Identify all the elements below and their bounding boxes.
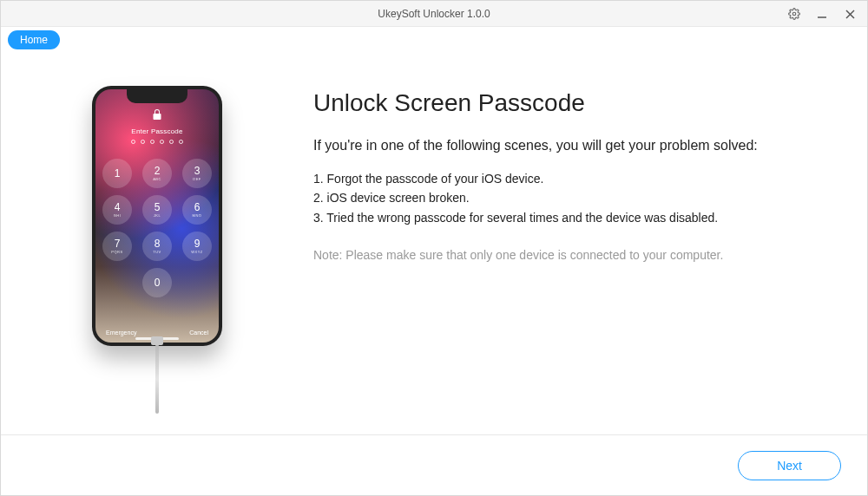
enter-passcode-label: Enter Passcode: [95, 127, 219, 135]
passcode-dot: [131, 140, 135, 144]
minimize-button[interactable]: [808, 1, 836, 27]
passcode-dot: [169, 140, 174, 144]
passcode-dots: [95, 140, 219, 144]
usb-cable-icon: [155, 344, 159, 414]
main-content: Enter Passcode 12ABC3DEF4GHI5JKL6MNO7PQR…: [1, 51, 867, 434]
keypad: 12ABC3DEF4GHI5JKL6MNO7PQRS8TUV9WXYZ0: [95, 159, 219, 297]
keypad-key: 5JKL: [142, 195, 172, 225]
phone-notch: [127, 89, 187, 103]
page-subtitle: If you're in one of the following scenes…: [313, 138, 832, 153]
close-icon: [845, 10, 855, 19]
keypad-key: 2ABC: [142, 159, 172, 188]
passcode-dot: [179, 140, 183, 144]
svg-point-0: [792, 12, 796, 16]
passcode-dot: [141, 140, 145, 144]
settings-button[interactable]: [780, 1, 808, 27]
cancel-label: Cancel: [189, 330, 208, 336]
note-text: Note: Please make sure that only one dev…: [313, 248, 832, 262]
keypad-key: 4GHI: [102, 195, 132, 225]
next-button[interactable]: Next: [738, 451, 841, 480]
passcode-dot: [150, 140, 155, 144]
keypad-key: 7PQRS: [102, 232, 132, 261]
phone-bottom-row: Emergency Cancel: [95, 330, 219, 336]
passcode-dot: [160, 140, 164, 144]
app-window: UkeySoft Unlocker 1.0.0 Home: [0, 0, 868, 496]
breadcrumb: Home: [1, 27, 867, 51]
list-item: 1. Forgot the passcode of your iOS devic…: [313, 169, 832, 188]
titlebar: UkeySoft Unlocker 1.0.0: [1, 1, 867, 27]
window-controls: [780, 1, 864, 27]
emergency-label: Emergency: [106, 330, 136, 336]
list-item: 3. Tried the wrong passcode for several …: [313, 208, 832, 227]
phone-illustration: Enter Passcode 12ABC3DEF4GHI5JKL6MNO7PQR…: [92, 86, 222, 414]
lock-icon: [152, 108, 162, 121]
phone-screen: Enter Passcode 12ABC3DEF4GHI5JKL6MNO7PQR…: [95, 89, 219, 343]
text-column: Unlock Screen Passcode If you're in one …: [279, 69, 832, 426]
minimize-icon: [817, 9, 827, 19]
home-button[interactable]: Home: [8, 30, 60, 49]
scenario-list: 1. Forgot the passcode of your iOS devic…: [313, 169, 832, 227]
keypad-key: 3DEF: [182, 159, 212, 188]
page-heading: Unlock Screen Passcode: [313, 89, 832, 117]
app-title: UkeySoft Unlocker 1.0.0: [1, 8, 867, 20]
keypad-key: 6MNO: [182, 195, 212, 225]
phone-frame: Enter Passcode 12ABC3DEF4GHI5JKL6MNO7PQR…: [92, 86, 222, 346]
keypad-key: 0: [142, 268, 172, 297]
keypad-key: 8TUV: [142, 232, 172, 261]
list-item: 2. iOS device screen broken.: [313, 188, 832, 207]
keypad-key: 1: [102, 159, 132, 188]
footer: Next: [1, 434, 867, 495]
close-button[interactable]: [836, 1, 864, 27]
keypad-key: 9WXYZ: [182, 232, 212, 261]
illustration-column: Enter Passcode 12ABC3DEF4GHI5JKL6MNO7PQR…: [36, 69, 279, 426]
gear-icon: [788, 8, 800, 20]
